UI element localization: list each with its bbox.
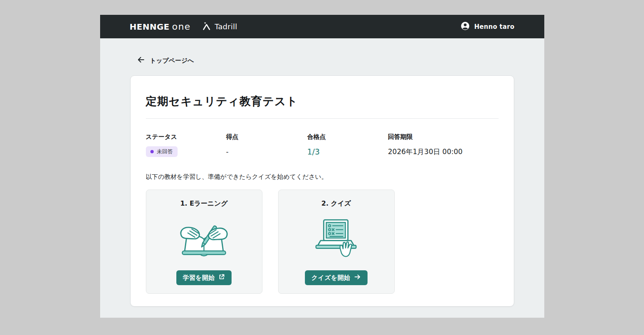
elearning-title: 1. Eラーニング — [180, 199, 227, 208]
stat-score-value: - — [226, 146, 307, 157]
status-dot-icon — [150, 150, 154, 153]
arrow-right-icon — [354, 274, 361, 282]
start-learning-button[interactable]: 学習を開始 — [176, 270, 232, 285]
tadrill-logo: Tadrill — [201, 21, 237, 33]
test-title: 定期セキュリティ教育テスト — [146, 94, 499, 109]
arrow-left-icon — [137, 56, 145, 66]
content-area: トップページへ 定期セキュリティ教育テスト ステータス 未回答 — [100, 38, 544, 318]
hennge-one-suffix: one — [172, 21, 190, 32]
stat-score-label: 得点 — [226, 133, 307, 141]
stat-deadline: 回答期限 2026年1月30日 00:00 — [388, 133, 499, 157]
task-cards: 1. Eラーニング — [146, 190, 499, 294]
stat-passing-label: 合格点 — [307, 133, 388, 141]
user-menu[interactable]: Henno taro — [460, 21, 515, 33]
instruction-text: 以下の教材を学習し、準備ができたらクイズを始めてください。 — [146, 173, 499, 181]
stat-passing: 合格点 1/3 — [307, 133, 388, 157]
user-avatar-icon — [460, 21, 470, 33]
task-card-quiz: 2. クイズ — [278, 190, 395, 294]
hennge-logo-text: HENNGE — [130, 22, 170, 32]
stat-status-label: ステータス — [146, 133, 226, 141]
tadrill-mark-icon — [201, 21, 211, 33]
back-link-label: トップページへ — [150, 57, 194, 65]
task-card-elearning: 1. Eラーニング — [146, 190, 262, 294]
test-stats: ステータス 未回答 得点 - 合格点 — [146, 133, 499, 157]
stat-status: ステータス 未回答 — [146, 133, 226, 157]
stat-passing-value: 1/3 — [307, 146, 388, 157]
stat-score: 得点 - — [226, 133, 307, 157]
external-link-icon — [218, 274, 225, 282]
page: HENNGE one Tadrill — [100, 15, 544, 318]
app-header: HENNGE one Tadrill — [100, 15, 544, 38]
stat-deadline-label: 回答期限 — [388, 133, 499, 141]
start-learning-label: 学習を開始 — [183, 274, 215, 282]
laptop-quiz-illustration — [313, 208, 360, 270]
back-to-top-link[interactable]: トップページへ — [137, 56, 194, 66]
start-quiz-label: クイズを開始 — [311, 274, 350, 282]
stat-deadline-value: 2026年1月30日 00:00 — [388, 146, 499, 157]
quiz-title: 2. クイズ — [321, 199, 351, 208]
writing-book-illustration — [178, 208, 229, 270]
test-card: 定期セキュリティ教育テスト ステータス 未回答 得点 — [130, 75, 514, 307]
hennge-one-logo: HENNGE one — [130, 21, 191, 32]
user-name: Henno taro — [474, 23, 515, 30]
title-divider — [146, 118, 499, 119]
start-quiz-button[interactable]: クイズを開始 — [305, 270, 368, 285]
brand-logos[interactable]: HENNGE one Tadrill — [130, 21, 237, 33]
status-badge-label: 未回答 — [157, 148, 173, 155]
status-badge: 未回答 — [146, 146, 178, 157]
tadrill-logo-text: Tadrill — [215, 22, 237, 31]
